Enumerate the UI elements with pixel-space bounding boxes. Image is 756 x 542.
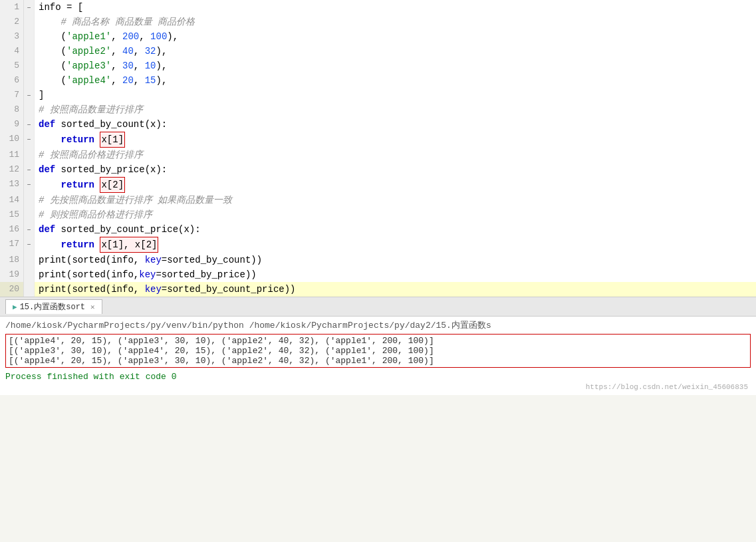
fold-gutter[interactable]: – <box>24 222 35 237</box>
line-number: 6 <box>0 73 24 88</box>
fold-gutter[interactable] <box>24 15 35 29</box>
output-line-2: [('apple3', 30, 10), ('apple4', 20, 15),… <box>9 346 747 356</box>
code-line-content: def sorted_by_count_price(x): <box>35 222 756 237</box>
code-line-content: print(sorted(info,key=sorted_by_price)) <box>35 267 756 282</box>
code-line-content: ('apple2', 40, 32), <box>35 44 756 59</box>
line-number: 8 <box>0 102 24 117</box>
code-line-content: ('apple3', 30, 10), <box>35 59 756 73</box>
fold-gutter[interactable] <box>24 148 35 162</box>
fold-gutter[interactable] <box>24 29 35 44</box>
terminal-tab-label: 15.内置函数sort <box>20 301 85 313</box>
terminal-header: ▶ 15.内置函数sort ✕ <box>0 297 756 317</box>
line-number: 4 <box>0 44 24 59</box>
process-status: Process finished with exit code 0 <box>5 369 751 383</box>
terminal-tab-close[interactable]: ✕ <box>90 303 95 311</box>
fold-gutter[interactable] <box>24 102 35 117</box>
code-line-content: def sorted_by_price(x): <box>35 162 756 177</box>
fold-gutter[interactable] <box>24 44 35 59</box>
terminal-tab-icon: ▶ <box>13 303 17 311</box>
line-number: 18 <box>0 253 24 267</box>
fold-gutter[interactable] <box>24 59 35 73</box>
terminal-output-box: [('apple4', 20, 15), ('apple3', 30, 10),… <box>5 334 751 368</box>
fold-gutter[interactable]: – <box>24 88 35 102</box>
code-line-content: # 先按照商品数量进行排序 如果商品数量一致 <box>35 193 756 207</box>
line-number: 10 <box>0 132 24 148</box>
line-number: 7 <box>0 88 24 102</box>
fold-gutter[interactable]: – <box>24 177 35 193</box>
code-editor: 1–info = [2 # 商品名称 商品数量 商品价格3 ('apple1',… <box>0 0 756 297</box>
fold-gutter[interactable] <box>24 193 35 207</box>
line-number: 11 <box>0 148 24 162</box>
line-number: 15 <box>0 207 24 222</box>
code-line-content: print(sorted(info, key=sorted_by_count_p… <box>35 282 756 297</box>
code-line-content: ('apple4', 20, 15), <box>35 73 756 88</box>
line-number: 19 <box>0 267 24 282</box>
code-line-content: # 按照商品价格进行排序 <box>35 148 756 162</box>
code-line-content: return x[1] <box>35 132 756 148</box>
code-line-content: info = [ <box>35 0 756 15</box>
terminal-body: /home/kiosk/PycharmProjects/py/venv/bin/… <box>0 317 756 395</box>
fold-gutter[interactable] <box>24 73 35 88</box>
line-number: 9 <box>0 117 24 132</box>
line-number: 2 <box>0 15 24 29</box>
line-number: 13 <box>0 177 24 193</box>
line-number: 3 <box>0 29 24 44</box>
code-line-content: # 商品名称 商品数量 商品价格 <box>35 15 756 29</box>
fold-gutter[interactable] <box>24 207 35 222</box>
line-number: 20 <box>0 282 24 297</box>
fold-gutter[interactable]: – <box>24 162 35 177</box>
output-line-1: [('apple4', 20, 15), ('apple3', 30, 10),… <box>9 336 747 346</box>
terminal-cmd: /home/kiosk/PycharmProjects/py/venv/bin/… <box>5 318 751 333</box>
fold-gutter[interactable]: – <box>24 237 35 253</box>
fold-gutter[interactable] <box>24 267 35 282</box>
fold-gutter[interactable]: – <box>24 117 35 132</box>
line-number: 14 <box>0 193 24 207</box>
output-line-3: [('apple4', 20, 15), ('apple3', 30, 10),… <box>9 356 747 366</box>
line-number: 16 <box>0 222 24 237</box>
code-line-content: # 则按照商品价格进行排序 <box>35 207 756 222</box>
watermark: https://blog.csdn.net/weixin_45606835 <box>5 383 751 392</box>
terminal-tab[interactable]: ▶ 15.内置函数sort ✕ <box>5 299 102 314</box>
fold-gutter[interactable] <box>24 253 35 267</box>
code-lines: 1–info = [2 # 商品名称 商品数量 商品价格3 ('apple1',… <box>0 0 756 297</box>
code-line-content: def sorted_by_count(x): <box>35 117 756 132</box>
line-number: 17 <box>0 237 24 253</box>
fold-gutter[interactable]: – <box>24 0 35 15</box>
code-line-content: # 按照商品数量进行排序 <box>35 102 756 117</box>
line-number: 5 <box>0 59 24 73</box>
code-line-content: ] <box>35 88 756 102</box>
code-line-content: return x[1], x[2] <box>35 237 756 253</box>
code-line-content: print(sorted(info, key=sorted_by_count)) <box>35 253 756 267</box>
fold-gutter[interactable]: – <box>24 132 35 148</box>
line-number: 12 <box>0 162 24 177</box>
code-line-content: return x[2] <box>35 177 756 193</box>
fold-gutter[interactable] <box>24 282 35 297</box>
line-number: 1 <box>0 0 24 15</box>
code-line-content: ('apple1', 200, 100), <box>35 29 756 44</box>
